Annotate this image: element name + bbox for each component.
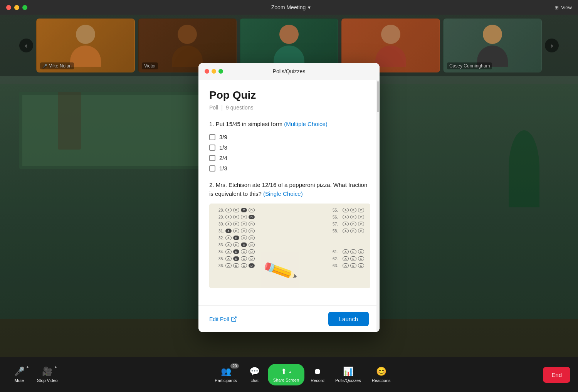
launch-button[interactable]: Launch: [328, 312, 369, 326]
quiz-type: Poll: [209, 104, 218, 111]
question-1-text: 1. Put 15/45 in simplest form (Multiple …: [209, 120, 370, 129]
answer-option: 3/9: [209, 134, 370, 140]
mute-button[interactable]: 🎤 ▲ Mute: [8, 363, 31, 386]
window-title: Zoom Meeting ▾: [271, 4, 311, 10]
answer-text-1-1: 3/9: [219, 134, 227, 140]
question-block-1: 1. Put 15/45 in simplest form (Multiple …: [209, 120, 370, 172]
toolbar-right-group: End: [543, 367, 570, 383]
modal-traffic-lights: [205, 69, 223, 74]
title-bar: Zoom Meeting ▾ ⊞ View: [0, 0, 578, 15]
question-1-type: (Multiple Choice): [284, 121, 328, 127]
chat-icon: 💬: [249, 367, 260, 377]
app-name: Zoom Meeting: [271, 4, 306, 10]
answer-checkbox-1-3[interactable]: [209, 155, 215, 161]
question-image: 28. ABCD 55. ABC 29. ABCD: [209, 204, 370, 288]
reactions-button[interactable]: 😊 Reactions: [367, 363, 395, 386]
quiz-title: Pop Quiz: [209, 89, 370, 101]
answer-text-1-4: 1/3: [219, 165, 227, 172]
mute-label: Mute: [15, 378, 24, 383]
view-button[interactable]: ⊞ View: [554, 5, 572, 10]
answer-checkbox-1-2[interactable]: [209, 145, 215, 151]
minimize-button[interactable]: [14, 5, 19, 10]
participants-badge: 20: [230, 363, 239, 368]
share-screen-label: Share Screen: [273, 378, 299, 382]
modal-footer: Edit Poll Launch: [198, 305, 380, 332]
mute-caret[interactable]: ▲: [26, 365, 29, 368]
answer-checkbox-1-4[interactable]: [209, 165, 215, 172]
quiz-questions-count: 9 questions: [226, 104, 254, 111]
close-button[interactable]: [6, 5, 11, 10]
reactions-label: Reactions: [372, 378, 391, 383]
question-2-text: 2. Mrs. Etchison ate 12/16 of a pepperon…: [209, 181, 370, 198]
share-screen-caret[interactable]: ▲: [289, 370, 292, 373]
scrollbar-thumb[interactable]: [377, 81, 379, 112]
modal-content: Pop Quiz Poll | 9 questions 1. Put 15/45…: [198, 80, 380, 306]
dropdown-icon[interactable]: ▾: [308, 4, 311, 10]
end-button[interactable]: End: [543, 367, 570, 383]
mic-icon: 🎤: [14, 367, 25, 377]
stop-video-button[interactable]: 🎥 ▲ Stop Video: [32, 363, 62, 386]
question-2-type: (Single Choice): [263, 190, 303, 197]
video-caret[interactable]: ▲: [54, 365, 57, 368]
toolbar-left-group: 🎤 ▲ Mute 🎥 ▲ Stop Video: [8, 363, 62, 386]
chat-button[interactable]: 💬 chat: [243, 363, 266, 386]
record-icon: ⏺: [313, 367, 322, 377]
modal-title: Polls/Quizzes: [273, 68, 306, 74]
grid-view-icon: ⊞: [554, 5, 559, 10]
share-screen-button[interactable]: ⬆ ▲ Share Screen: [268, 364, 304, 385]
answer-option: 1/3: [209, 144, 370, 151]
participants-icon: 👥: [221, 367, 231, 376]
modal-overlay: Polls/Quizzes Pop Quiz Poll | 9 question…: [0, 15, 578, 357]
modal-close-button[interactable]: [205, 69, 209, 74]
share-screen-icon: ⬆: [281, 367, 287, 376]
record-button[interactable]: ⏺ Record: [306, 363, 329, 386]
bottom-toolbar: 🎤 ▲ Mute 🎥 ▲ Stop Video 👥 20 Participant…: [0, 357, 578, 392]
camera-icon: 🎥: [42, 367, 52, 377]
scantron-image: 28. ABCD 55. ABC 29. ABCD: [209, 204, 370, 288]
modal-minimize-button[interactable]: [212, 69, 216, 74]
modal-fullscreen-button[interactable]: [218, 69, 223, 74]
polls-quizzes-button[interactable]: 📊 Polls/Quizzes: [331, 363, 366, 386]
answer-text-1-2: 1/3: [219, 144, 227, 151]
answer-checkbox-1-1[interactable]: [209, 134, 215, 140]
meeting-area: ‹ 🎤 Mike Nolan Victor: [0, 15, 578, 357]
modal-titlebar: Polls/Quizzes: [198, 63, 380, 80]
polls-icon: 📊: [343, 367, 353, 377]
toolbar-center-group: 👥 20 Participants 💬 chat ⬆ ▲ Share Scree…: [210, 363, 395, 386]
answer-option: 2/4: [209, 155, 370, 161]
answer-text-1-3: 2/4: [219, 155, 227, 161]
record-label: Record: [311, 378, 324, 383]
participants-label: Participants: [215, 378, 237, 383]
meta-divider: |: [221, 104, 223, 111]
edit-poll-link[interactable]: Edit Poll: [209, 316, 237, 322]
traffic-lights: [6, 5, 27, 10]
polls-quizzes-modal: Polls/Quizzes Pop Quiz Poll | 9 question…: [198, 63, 380, 333]
polls-quizzes-label: Polls/Quizzes: [335, 378, 361, 383]
stop-video-label: Stop Video: [37, 378, 58, 383]
fullscreen-button[interactable]: [22, 5, 27, 10]
external-link-icon: [231, 316, 237, 322]
participants-button[interactable]: 👥 20 Participants: [210, 363, 241, 386]
quiz-meta: Poll | 9 questions: [209, 104, 370, 111]
edit-poll-label: Edit Poll: [209, 316, 229, 322]
chat-label: chat: [250, 378, 259, 383]
reactions-icon: 😊: [376, 367, 386, 377]
scrollbar-track[interactable]: [376, 80, 380, 333]
view-label: View: [561, 5, 572, 10]
question-block-2: 2. Mrs. Etchison ate 12/16 of a pepperon…: [209, 181, 370, 288]
answer-option: 1/3: [209, 165, 370, 172]
